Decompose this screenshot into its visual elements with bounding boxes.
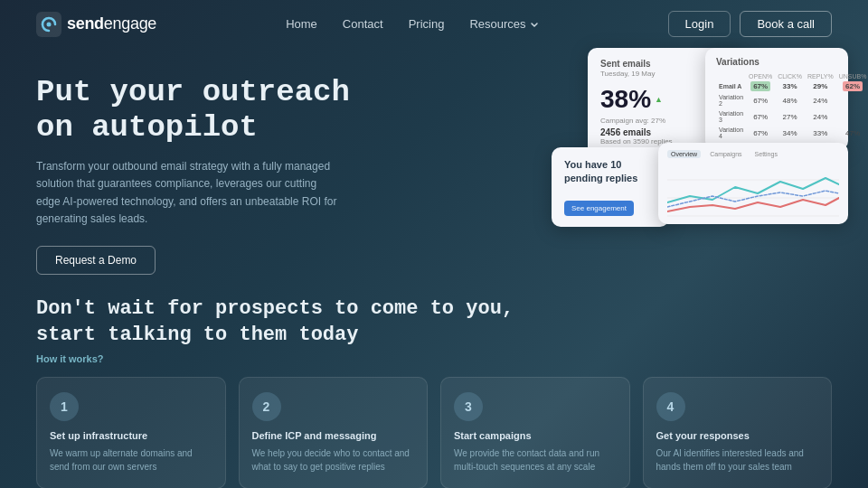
book-call-button[interactable]: Book a call: [740, 11, 832, 37]
logo-icon: [36, 12, 61, 37]
variations-title: Variations: [716, 57, 837, 67]
hero-visual: Sent emails Tuesday, 19 May 38% ▲ Campai…: [552, 48, 841, 247]
table-row: Email A 67% 33% 29% 62%: [716, 80, 868, 92]
steps-container: 1 Set up infrastructure We warm up alter…: [36, 377, 832, 488]
navbar: sendengage Home Contact Pricing Resource…: [0, 0, 868, 48]
var-col-reply: REPLY%: [805, 72, 836, 80]
section2-title: Don't wait for prospects to come to you,…: [36, 296, 524, 348]
step-2-desc: We help you decide who to contact and wh…: [252, 446, 415, 474]
var-col-unsub: UNSUB%: [836, 72, 868, 80]
pending-text: You have 10 pending replies: [564, 158, 656, 186]
nav-pricing[interactable]: Pricing: [409, 17, 445, 31]
chart-tab-overview[interactable]: Overview: [667, 150, 701, 158]
pending-replies-card: You have 10 pending replies See engageme…: [552, 147, 669, 227]
nav-home[interactable]: Home: [286, 17, 317, 31]
chart-tabs: Overview Campaigns Settings: [667, 150, 839, 158]
var-col-click: CLICK%: [775, 72, 805, 80]
request-demo-button[interactable]: Request a Demo: [36, 246, 156, 275]
step-3-title: Start campaigns: [454, 430, 617, 441]
login-button[interactable]: Login: [668, 11, 731, 37]
table-row: Variation 4 67% 34% 33% 47%: [716, 125, 868, 141]
nav-links: Home Contact Pricing Resources: [286, 17, 538, 31]
hero-section: Put your outreach on autopilot Transform…: [0, 48, 868, 275]
step-4-desc: Our AI identifies interested leads and h…: [656, 446, 819, 474]
step-1-number: 1: [50, 392, 79, 421]
variations-table: OPEN% CLICK% REPLY% UNSUB% Email A 67% 3…: [716, 72, 868, 141]
step-4-card: 4 Get your responses Our AI identifies i…: [643, 377, 833, 488]
var-col-open: OPEN%: [746, 72, 775, 80]
logo-text: sendengage: [67, 14, 156, 33]
step-1-title: Set up infrastructure: [50, 430, 212, 441]
table-row: Variation 2 67% 48% 24%: [716, 92, 868, 108]
line-chart: [667, 162, 839, 218]
logo[interactable]: sendengage: [36, 12, 156, 37]
step-2-card: 2 Define ICP and messaging We help you d…: [239, 377, 429, 488]
step-3-card: 3 Start campaigns We provide the contact…: [440, 377, 630, 488]
hero-description: Transform your outbound email strategy w…: [36, 158, 344, 228]
chevron-down-icon: [530, 20, 539, 29]
chart-tab-settings[interactable]: Settings: [751, 150, 781, 158]
how-it-works-label: How it works?: [36, 353, 832, 364]
nav-contact[interactable]: Contact: [343, 17, 383, 31]
variations-card: Variations OPEN% CLICK% REPLY% UNSUB% Em…: [705, 48, 848, 150]
step-3-number: 3: [454, 392, 483, 421]
hero-title: Put your outreach on autopilot: [36, 75, 350, 145]
step-2-number: 2: [252, 392, 281, 421]
table-row: Variation 3 67% 27% 24%: [716, 108, 868, 125]
step-2-title: Define ICP and messaging: [252, 430, 415, 441]
nav-resources[interactable]: Resources: [469, 17, 538, 31]
svg-point-1: [47, 22, 52, 26]
hero-content: Put your outreach on autopilot Transform…: [36, 66, 350, 275]
step-4-number: 4: [656, 392, 685, 421]
chart-tab-campaigns[interactable]: Campaigns: [706, 150, 745, 158]
trend-icon: ▲: [655, 95, 663, 104]
step-3-desc: We provide the contact data and run mult…: [454, 446, 617, 474]
see-engagement-button[interactable]: See engagement: [564, 201, 634, 216]
chart-card: Overview Campaigns Settings: [658, 143, 848, 224]
step-4-title: Get your responses: [656, 430, 819, 441]
step-1-card: 1 Set up infrastructure We warm up alter…: [36, 377, 226, 488]
step-1-desc: We warm up alternate domains and send fr…: [50, 446, 212, 474]
var-col-name: [716, 72, 746, 80]
nav-actions: Login Book a call: [668, 11, 832, 37]
how-it-works-section: Don't wait for prospects to come to you,…: [0, 275, 868, 488]
